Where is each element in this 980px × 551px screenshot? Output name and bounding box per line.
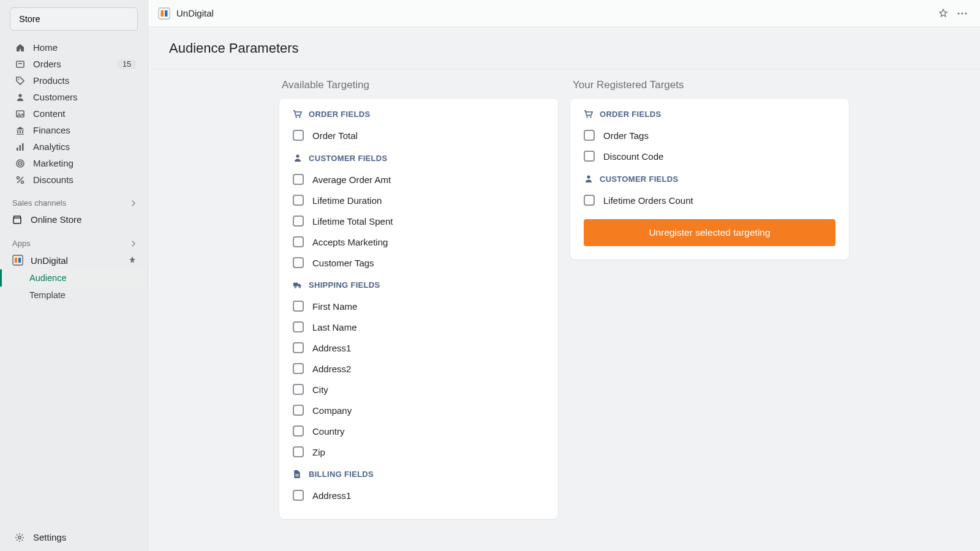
bars-icon [15, 142, 26, 152]
field-label: Last Name [312, 322, 357, 332]
sub-nav-template[interactable]: Template [0, 287, 148, 304]
apps-heading[interactable]: Apps [0, 236, 148, 251]
field-row[interactable]: Accepts Marketing [293, 231, 545, 252]
unregister-button[interactable]: Unregister selected targeting [584, 219, 835, 246]
sidebar-item-products[interactable]: Products [0, 72, 148, 89]
sidebar-item-undigital[interactable]: UnDigital [0, 251, 148, 269]
svg-rect-15 [13, 255, 23, 265]
undigital-app-icon [12, 255, 24, 266]
svg-rect-8 [22, 143, 24, 151]
svg-point-24 [965, 12, 967, 14]
sidebar-item-orders[interactable]: Orders15 [0, 56, 148, 72]
checkbox[interactable] [584, 151, 595, 162]
checkbox[interactable] [584, 130, 595, 141]
field-row[interactable]: Lifetime Duration [293, 190, 545, 211]
page-title: Audience Parameters [148, 27, 980, 69]
sidebar-item-home[interactable]: Home [0, 39, 148, 56]
svg-point-11 [20, 163, 21, 164]
store-icon [12, 215, 24, 225]
svg-rect-17 [18, 258, 21, 263]
topbar-title: UnDigital [176, 8, 214, 18]
svg-point-34 [590, 116, 591, 118]
field-row[interactable]: Order Total [293, 125, 545, 146]
checkbox[interactable] [293, 130, 304, 141]
more-horizontal-icon[interactable] [957, 9, 968, 18]
group-heading-label: CUSTOMER FIELDS [600, 174, 679, 184]
field-row[interactable]: Zip [293, 441, 545, 462]
checkbox[interactable] [584, 195, 595, 206]
field-label: City [312, 384, 328, 395]
sub-nav-audience[interactable]: Audience [0, 269, 148, 287]
field-row[interactable]: Address1 [293, 485, 545, 506]
group-heading-label: ORDER FIELDS [309, 110, 370, 119]
svg-rect-1 [18, 63, 22, 64]
checkbox[interactable] [293, 301, 304, 312]
sales-channels-label: Sales channels [12, 198, 66, 208]
app-name-label: UnDigital [31, 255, 68, 266]
primary-nav: HomeOrders15ProductsCustomersContentFina… [0, 39, 148, 188]
sidebar-item-analytics[interactable]: Analytics [0, 138, 148, 155]
svg-rect-28 [293, 283, 298, 287]
available-targeting-title: Available Targeting [279, 79, 558, 91]
sidebar-item-online-store[interactable]: Online Store [0, 211, 148, 228]
checkbox[interactable] [293, 425, 304, 437]
checkbox[interactable] [293, 321, 304, 332]
field-label: Lifetime Orders Count [603, 195, 693, 206]
svg-rect-32 [295, 476, 299, 476]
sidebar-item-finances[interactable]: Finances [0, 122, 148, 138]
svg-point-30 [299, 286, 301, 288]
registered-targets-column: Your Registered Targets ORDER FIELDSOrde… [570, 79, 849, 541]
checkbox[interactable] [293, 216, 304, 227]
sidebar-item-discounts[interactable]: Discounts [0, 171, 148, 188]
svg-point-12 [17, 176, 20, 179]
available-targeting-card: ORDER FIELDSOrder TotalCUSTOMER FIELDSAv… [279, 99, 558, 519]
field-row[interactable]: Average Order Amt [293, 169, 545, 190]
main: UnDigital Audience Parameters Available … [148, 0, 980, 551]
truck-icon [293, 280, 303, 290]
sidebar-item-customers[interactable]: Customers [0, 89, 148, 105]
group-heading: SHIPPING FIELDS [293, 280, 545, 290]
checkbox[interactable] [293, 195, 304, 206]
field-row[interactable]: Country [293, 421, 545, 441]
field-row[interactable]: Customer Tags [293, 252, 545, 273]
field-row[interactable]: Company [293, 400, 545, 421]
field-row[interactable]: Lifetime Total Spent [293, 211, 545, 231]
pin-icon[interactable] [128, 256, 137, 264]
nav-label: Analytics [33, 141, 70, 152]
store-button[interactable]: Store [10, 7, 138, 31]
checkbox[interactable] [293, 257, 304, 268]
sidebar-item-settings[interactable]: Settings [0, 526, 148, 551]
checkbox[interactable] [293, 384, 304, 395]
field-row[interactable]: Address2 [293, 358, 545, 379]
sidebar-item-marketing[interactable]: Marketing [0, 155, 148, 171]
field-row[interactable]: Lifetime Orders Count [584, 190, 835, 211]
field-row[interactable]: Last Name [293, 317, 545, 337]
checkbox[interactable] [293, 342, 304, 353]
field-row[interactable]: Address1 [293, 337, 545, 358]
checkbox[interactable] [293, 405, 304, 416]
app-sub-nav: AudienceTemplate [0, 269, 148, 304]
sidebar-item-content[interactable]: Content [0, 105, 148, 122]
field-label: Address1 [312, 490, 351, 501]
field-row[interactable]: Discount Code [584, 146, 835, 167]
checkbox[interactable] [293, 446, 304, 457]
field-label: Zip [312, 447, 325, 457]
checkbox[interactable] [293, 490, 304, 501]
sales-channels-heading[interactable]: Sales channels [0, 195, 148, 211]
field-row[interactable]: First Name [293, 296, 545, 317]
bank-icon [15, 126, 26, 135]
chevron-right-icon [130, 241, 137, 247]
field-row[interactable]: City [293, 379, 545, 400]
field-row[interactable]: Order Tags [584, 125, 835, 146]
checkbox[interactable] [293, 174, 304, 185]
group-heading: ORDER FIELDS [584, 110, 835, 119]
field-label: Customer Tags [312, 258, 374, 268]
checkbox[interactable] [293, 363, 304, 374]
available-targeting-column: Available Targeting ORDER FIELDSOrder To… [279, 79, 558, 541]
nav-label: Finances [33, 125, 70, 135]
field-label: First Name [312, 301, 357, 312]
chevron-right-icon [130, 200, 137, 206]
svg-point-5 [18, 113, 20, 114]
checkbox[interactable] [293, 236, 304, 247]
pin-icon[interactable] [938, 9, 948, 18]
